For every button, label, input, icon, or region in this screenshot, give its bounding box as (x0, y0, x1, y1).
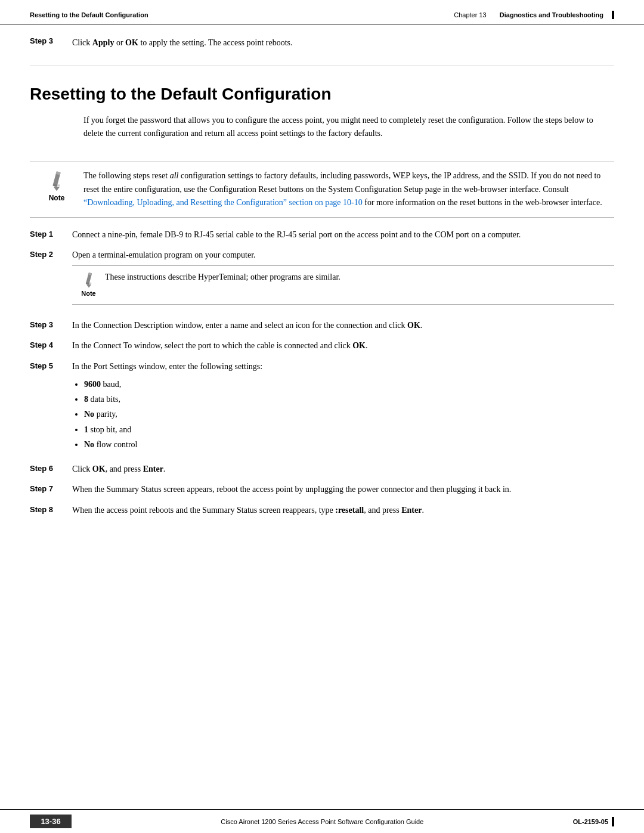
header-left-text: Resetting to the Default Configuration (30, 11, 148, 18)
step-1-content: Connect a nine-pin, female DB-9 to RJ-45… (72, 228, 614, 241)
step-5-content: In the Port Settings window, enter the f… (72, 360, 614, 456)
step-2-label: Step 2 (30, 249, 63, 259)
chapter-label: Chapter 13 (454, 11, 486, 18)
main-note-box: Note The following steps reset all confi… (30, 162, 614, 217)
intro-step-label: Step 3 (30, 36, 63, 45)
list-item: 1 stop bit, and (84, 422, 614, 437)
svg-marker-1 (54, 187, 60, 191)
inline-note-content: These instructions describe HyperTeminal… (105, 271, 614, 283)
step-row-4: Step 4 In the Connect To window, select … (30, 339, 614, 352)
step-7-content: When the Summary Status screen appears, … (72, 483, 614, 496)
step-row-3: Step 3 In the Connection Description win… (30, 319, 614, 332)
footer-bar-icon (612, 817, 614, 826)
main-note-content: The following steps reset all configurat… (83, 169, 614, 209)
step-2-content: Open a terminal-emulation program on you… (72, 249, 614, 312)
note-link[interactable]: “Downloading, Uploading, and Resetting t… (83, 198, 363, 207)
list-item: 8 data bits, (84, 392, 614, 407)
step-5-text: In the Port Settings window, enter the f… (72, 362, 262, 371)
intro-step-text: Click Apply or OK to apply the setting. … (72, 36, 293, 49)
header-right: Chapter 13 Diagnostics and Troubleshooti… (454, 11, 614, 19)
step-8-content: When the access point reboots and the Su… (72, 504, 614, 517)
step-row-5: Step 5 In the Port Settings window, ente… (30, 360, 614, 456)
footer-center-text: Cisco Aironet 1200 Series Access Point S… (83, 818, 561, 825)
list-item: No parity, (84, 407, 614, 422)
note-icon-area: Note (30, 169, 83, 202)
bullet-list: 9600 baud, 8 data bits, No parity, 1 sto… (72, 377, 614, 452)
step-row-7: Step 7 When the Summary Status screen ap… (30, 483, 614, 496)
step-5-label: Step 5 (30, 360, 63, 370)
inline-note-label: Note (81, 289, 95, 299)
step-row-6: Step 6 Click OK, and press Enter. (30, 463, 614, 476)
header-separator (491, 11, 495, 18)
intro-step-row: Step 3 Click Apply or OK to apply the se… (30, 36, 614, 49)
section-title: Resetting to the Default Configuration (30, 84, 614, 104)
footer-page-number: 13-36 (30, 815, 72, 828)
step-4-content: In the Connect To window, select the por… (72, 339, 614, 352)
step-2-text: Open a terminal-emulation program on you… (72, 250, 256, 259)
step-row-1: Step 1 Connect a nine-pin, female DB-9 t… (30, 228, 614, 241)
main-content: Step 3 Click Apply or OK to apply the se… (0, 24, 644, 809)
step-4-label: Step 4 (30, 339, 63, 349)
step-row-8: Step 8 When the access point reboots and… (30, 504, 614, 517)
inline-pencil-icon (80, 272, 97, 289)
section-title-area: Resetting to the Default Configuration I… (30, 66, 614, 151)
main-note-label: Note (49, 194, 65, 202)
step-row-2: Step 2 Open a terminal-emulation program… (30, 249, 614, 312)
step-6-label: Step 6 (30, 463, 63, 473)
step-3-label: Step 3 (30, 319, 63, 329)
footer-right-number: OL-2159-05 (573, 817, 614, 826)
page-container: Resetting to the Default Configuration C… (0, 0, 644, 833)
header-bar-icon (612, 11, 614, 19)
header-chapter-title: Diagnostics and Troubleshooting (500, 11, 603, 18)
step-8-label: Step 8 (30, 504, 63, 514)
list-item: 9600 baud, (84, 377, 614, 392)
step-7-label: Step 7 (30, 483, 63, 493)
inline-note-icon-area: Note (72, 271, 105, 299)
list-item: No flow control (84, 437, 614, 452)
page-footer: 13-36 Cisco Aironet 1200 Series Access P… (0, 809, 644, 833)
steps-area: Step 1 Connect a nine-pin, female DB-9 t… (30, 228, 614, 518)
pencil-icon (46, 171, 67, 192)
section-intro-text: If you forget the password that allows y… (83, 114, 614, 141)
step-3-content: In the Connection Description window, en… (72, 319, 614, 332)
step-6-content: Click OK, and press Enter. (72, 463, 614, 476)
page-header: Resetting to the Default Configuration C… (0, 0, 644, 24)
svg-marker-5 (86, 284, 91, 288)
step-1-label: Step 1 (30, 228, 63, 239)
intro-step-section: Step 3 Click Apply or OK to apply the se… (30, 24, 614, 66)
inline-note-box: Note These instructions describe HyperTe… (72, 265, 614, 305)
